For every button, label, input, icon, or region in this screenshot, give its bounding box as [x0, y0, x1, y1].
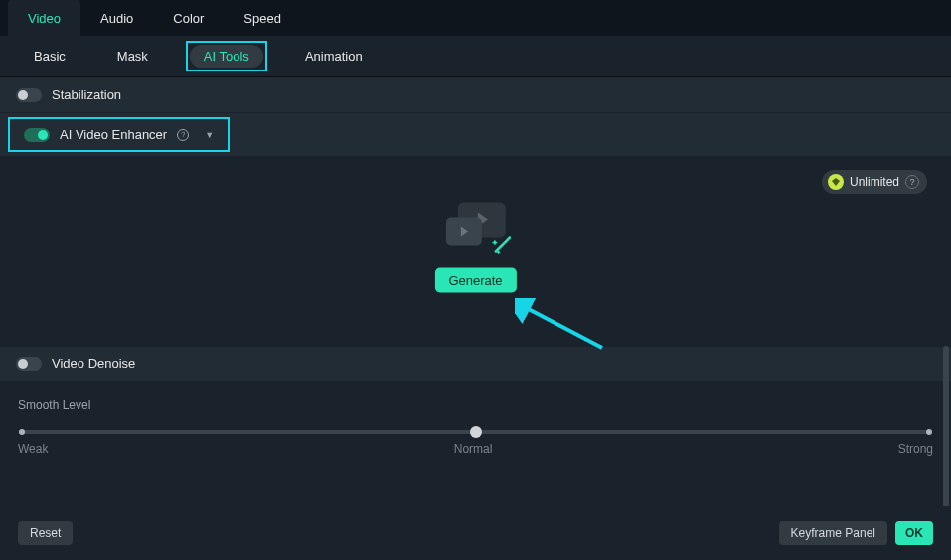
keyframe-panel-button[interactable]: Keyframe Panel: [779, 521, 887, 545]
label-weak: Weak: [18, 442, 48, 456]
tab-color[interactable]: Color: [153, 0, 224, 36]
smooth-slider[interactable]: [22, 430, 929, 434]
badge-unlimited[interactable]: Unlimited ?: [822, 170, 927, 194]
subtab-animation[interactable]: Animation: [291, 45, 377, 68]
row-video-denoise: Video Denoise: [0, 347, 951, 381]
label-unlimited: Unlimited: [850, 175, 899, 189]
generate-button[interactable]: Generate: [434, 268, 516, 293]
top-tab-bar: Video Audio Color Speed: [0, 0, 951, 36]
label-normal: Normal: [454, 442, 493, 456]
help-icon[interactable]: ?: [177, 129, 189, 141]
content-area: Stabilization AI Video Enhancer ? ▼ Unli…: [0, 77, 951, 560]
subtab-mask[interactable]: Mask: [103, 45, 162, 68]
ok-button[interactable]: OK: [895, 521, 933, 545]
slider-labels: Weak Normal Strong: [18, 442, 933, 456]
highlight-box-enhancer: AI Video Enhancer ? ▼: [8, 117, 230, 152]
subtab-ai-tools[interactable]: AI Tools: [190, 45, 263, 68]
svg-marker-0: [832, 178, 840, 186]
label-smooth-level: Smooth Level: [18, 398, 933, 412]
label-ai-enhancer: AI Video Enhancer: [60, 127, 167, 142]
magic-wand-icon: [489, 232, 515, 258]
smooth-level-block: Smooth Level Weak Normal Strong: [0, 382, 951, 476]
enhancer-area: Unlimited ? Generate: [0, 156, 951, 347]
label-video-denoise: Video Denoise: [52, 356, 135, 371]
row-stabilization: Stabilization: [0, 77, 951, 112]
help-icon-unlimited[interactable]: ?: [905, 175, 919, 189]
sub-tab-bar: Basic Mask AI Tools Animation: [0, 36, 951, 77]
toggle-stabilization[interactable]: [16, 88, 42, 102]
generate-center: Generate: [434, 203, 516, 293]
slider-handle[interactable]: [470, 426, 482, 438]
reset-button[interactable]: Reset: [18, 521, 73, 545]
diamond-icon: [828, 174, 844, 190]
video-editor-panel: Video Audio Color Speed Basic Mask AI To…: [0, 0, 951, 560]
footer-bar: Reset Keyframe Panel OK: [0, 506, 951, 560]
video-thumb-icon: [445, 203, 505, 252]
tab-audio[interactable]: Audio: [80, 0, 153, 36]
tab-video[interactable]: Video: [8, 0, 80, 36]
svg-line-1: [495, 238, 509, 252]
label-strong: Strong: [898, 442, 933, 456]
label-stabilization: Stabilization: [52, 87, 121, 102]
scrollbar[interactable]: [943, 346, 949, 508]
highlight-box-aitools: AI Tools: [186, 41, 267, 71]
chevron-down-icon[interactable]: ▼: [199, 130, 214, 140]
tab-speed[interactable]: Speed: [224, 0, 301, 36]
toggle-video-denoise[interactable]: [16, 357, 42, 371]
toggle-ai-enhancer[interactable]: [24, 128, 50, 142]
row-ai-enhancer-container: AI Video Enhancer ? ▼: [0, 113, 951, 156]
subtab-basic[interactable]: Basic: [20, 45, 79, 68]
